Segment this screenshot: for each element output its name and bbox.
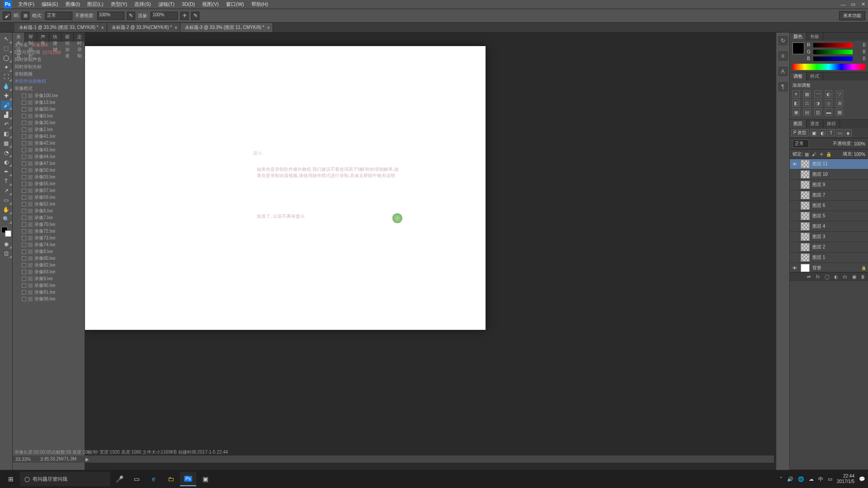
mic-icon[interactable]: 🎤	[111, 472, 127, 486]
lock-trans-icon[interactable]: ▦	[804, 151, 810, 157]
document-tab[interactable]: 未标题-2 @ 33.3%(CMYK/8) *×	[107, 23, 180, 32]
tab-channels[interactable]: 通道	[807, 120, 823, 128]
layer-item[interactable]: 图层 6	[790, 201, 868, 211]
tab-adjust[interactable]: 调整	[790, 72, 807, 80]
menu-item[interactable]: 3D(D)	[178, 0, 198, 8]
minimize-button[interactable]: —	[838, 0, 848, 9]
tray-notification-icon[interactable]: 💬	[859, 476, 865, 482]
lasso-tool[interactable]: ◯	[1, 53, 12, 62]
menu-item[interactable]: 视图(V)	[198, 0, 222, 8]
recorder-file-item[interactable]: 录像73.lxe	[13, 235, 85, 241]
lock-all-icon[interactable]: 🔒	[826, 151, 832, 157]
adj-poster-icon[interactable]: ▤	[803, 108, 811, 116]
recorder-file-item[interactable]: 录像90.lxe	[13, 282, 85, 289]
layer-item[interactable]: 图层 10	[790, 169, 868, 180]
layer-item[interactable]: 图层 1	[790, 253, 868, 263]
recorder-tab[interactable]: 驱动加速	[61, 33, 74, 42]
recorder-file-item[interactable]: 录像72.lxe	[13, 228, 85, 235]
adj-photo-icon[interactable]: ◎	[825, 99, 832, 107]
recorder-tab[interactable]: 帮制排时	[25, 33, 37, 42]
recorder-file-item[interactable]: 录像59.lxe	[13, 194, 85, 201]
opacity-select[interactable]: 100%	[97, 12, 124, 20]
blend-mode[interactable]: 正常	[793, 140, 809, 148]
stamp-tool[interactable]: ▟	[1, 110, 12, 119]
recorder-file-item[interactable]: 录像100.lxe	[13, 92, 85, 99]
chk-cursor[interactable]: 同时录制光标	[14, 64, 42, 70]
filter-shape-icon[interactable]: ▭	[836, 129, 843, 136]
blend-mode-select[interactable]: 正常	[45, 12, 72, 20]
tray-keyboard-icon[interactable]: ▭	[828, 476, 832, 482]
wand-tool[interactable]: ✦	[1, 63, 12, 72]
brush-size-value[interactable]: 95	[14, 13, 19, 18]
recorder-file-item[interactable]: 录像0.lxe	[13, 113, 85, 119]
brush-panel-icon[interactable]: ⊞	[21, 12, 29, 20]
recorder-file-item[interactable]: 录像57.lxe	[13, 187, 85, 194]
filename-value[interactable]: 录像104	[31, 42, 48, 48]
chk-sound[interactable]: 同时录制声音	[14, 56, 42, 63]
recorder-file-item[interactable]: 录像30.lxe	[13, 119, 85, 126]
recorder-task-icon[interactable]: ▣	[197, 472, 213, 486]
kind-filter[interactable]: P 类型	[791, 129, 809, 136]
recorder-file-item[interactable]: 录像80.lxe	[13, 255, 85, 262]
recorder-file-item[interactable]: 录像70.lxe	[13, 221, 85, 228]
recorder-tab[interactable]: 快捷键	[49, 33, 61, 42]
layer-item[interactable]: 图层 4	[790, 221, 868, 232]
tab-layers[interactable]: 图层	[790, 120, 807, 128]
zoom-value[interactable]: 33.33%	[15, 457, 31, 462]
new-layer-icon[interactable]: ▣	[851, 274, 857, 280]
document-tab[interactable]: 未标题-1 @ 33.3% (图层 33, CMYK/8) *×	[14, 23, 107, 32]
recorder-tab[interactable]: 定时录制	[74, 33, 86, 42]
layer-item-bg[interactable]: 👁背景🔒	[790, 263, 868, 272]
lock-pos-icon[interactable]: ✛	[818, 151, 825, 157]
layer-item[interactable]: 图层 3	[790, 232, 868, 242]
menu-item[interactable]: 类型(Y)	[107, 0, 131, 8]
recorder-file-item[interactable]: 录像55.lxe	[13, 180, 85, 187]
chk-video[interactable]: 录制视频	[14, 71, 33, 77]
airbrush-icon[interactable]: ✈	[180, 12, 189, 20]
visibility-icon[interactable]: 👁	[792, 266, 798, 271]
recorder-file-item[interactable]: 录像03.lxe	[13, 174, 85, 180]
tray-ime-icon[interactable]: 中	[818, 476, 823, 483]
tablet-opacity-icon[interactable]: ✎	[127, 12, 135, 20]
menu-item[interactable]: 图像(I)	[62, 0, 84, 8]
menu-item[interactable]: 编辑(E)	[38, 0, 62, 8]
flow-select[interactable]: 100%	[151, 12, 178, 20]
recorder-file-item[interactable]: 录像74.lxe	[13, 241, 85, 248]
adj-exposure-icon[interactable]: ◐	[825, 90, 832, 98]
quick-mask-tool[interactable]: ◉	[1, 239, 12, 249]
edge-icon[interactable]: e	[146, 472, 162, 486]
adj-balance-icon[interactable]: ⚖	[803, 99, 811, 107]
close-tab-icon[interactable]: ×	[267, 25, 270, 30]
brush-preset-icon[interactable]: 🖌	[3, 12, 11, 20]
menu-item[interactable]: 窗口(W)	[222, 0, 248, 8]
recorder-file-item[interactable]: 录像44.lxe	[13, 153, 85, 160]
recorder-file-item[interactable]: 录像41.lxe	[13, 133, 85, 140]
mask-icon[interactable]: ◯	[824, 274, 830, 280]
recorder-file-item[interactable]: 录像8.lxe	[13, 248, 85, 255]
menu-item[interactable]: 选择(S)	[131, 0, 155, 8]
brush-tool[interactable]: 🖌	[1, 101, 12, 110]
recorder-file-item[interactable]: 录像50.lxe	[13, 167, 85, 174]
start-button[interactable]: ⊞	[3, 472, 19, 486]
adj-invert-icon[interactable]: ▣	[793, 108, 800, 116]
tablet-size-icon[interactable]: ✎	[191, 12, 199, 20]
character-icon[interactable]: A	[778, 67, 788, 76]
menu-item[interactable]: 文件(F)	[14, 0, 38, 8]
paragraph-icon[interactable]: ¶	[778, 82, 788, 91]
tab-swatches[interactable]: 色板	[807, 33, 823, 41]
zoom-tool[interactable]: 🔍	[1, 215, 12, 224]
adj-hue-icon[interactable]: ◧	[793, 99, 800, 107]
recorder-tab[interactable]: 声音	[37, 33, 49, 42]
fill-value[interactable]: 100%	[854, 152, 865, 157]
maximize-button[interactable]: ▭	[848, 0, 858, 9]
close-tab-icon[interactable]: ×	[175, 25, 177, 30]
gradient-tool[interactable]: ▦	[1, 139, 12, 148]
eraser-tool[interactable]: ◧	[1, 129, 12, 138]
close-tab-icon[interactable]: ×	[101, 25, 104, 30]
tab-color[interactable]: 颜色	[790, 33, 807, 41]
blur-tool[interactable]: ◔	[1, 148, 12, 157]
pen-tool[interactable]: ✒	[1, 167, 12, 176]
menu-item[interactable]: 图层(L)	[84, 0, 107, 8]
tray-network-icon[interactable]: 🌐	[798, 476, 804, 482]
document-canvas[interactable]: 提示 如果你是录制软件操作教程,我们建议不要使用高于5帧/秒的录制帧率,如果你是…	[85, 46, 486, 330]
